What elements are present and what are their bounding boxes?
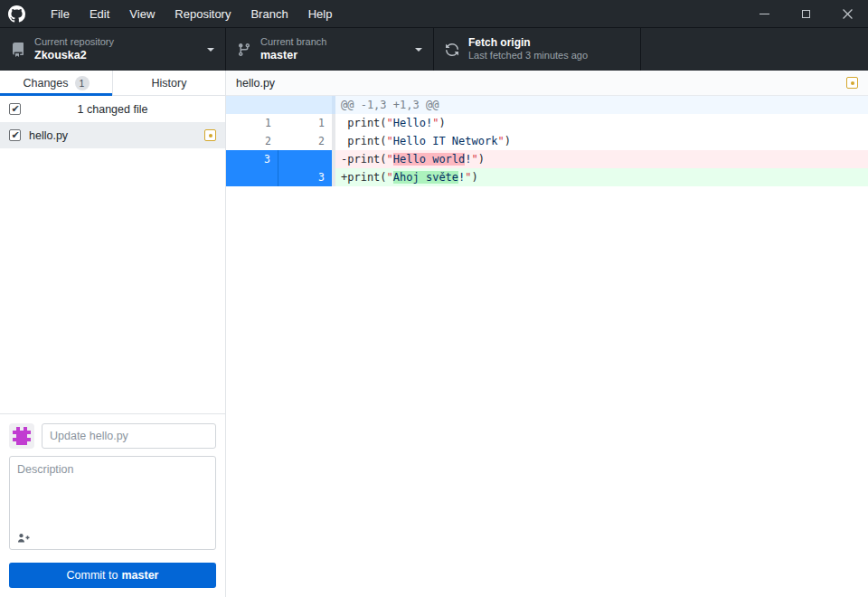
- diff-gutter-old[interactable]: [226, 96, 278, 114]
- diff-gutter-new[interactable]: [278, 150, 332, 168]
- modified-status-icon: [846, 77, 858, 89]
- fetch-origin-button[interactable]: Fetch origin Last fetched 3 minutes ago: [434, 28, 641, 71]
- menu-item-edit[interactable]: Edit: [80, 0, 119, 27]
- diff-file-name: hello.py: [236, 77, 275, 90]
- diff-lines: @@ -1,3 +1,3 @@11 print("Hello!")22 prin…: [226, 96, 868, 186]
- modified-status-icon: [204, 129, 216, 141]
- sync-icon: [445, 43, 459, 57]
- current-branch-button[interactable]: Current branch master: [226, 28, 434, 71]
- repo-label: Current repository: [34, 36, 114, 49]
- minimize-button[interactable]: [743, 0, 785, 27]
- window-controls: [743, 0, 868, 27]
- main-content: Changes 1 History 1 changed file hello.p…: [0, 71, 868, 597]
- diff-line-added: 3+print("Ahoj světe!"): [226, 168, 868, 186]
- fetch-subtitle: Last fetched 3 minutes ago: [468, 50, 588, 62]
- commit-button[interactable]: Commit to master: [9, 563, 216, 588]
- sidebar: Changes 1 History 1 changed file hello.p…: [0, 71, 226, 597]
- commit-summary-line: [9, 423, 216, 449]
- diff-code-text: +print("Ahoj světe!"): [335, 168, 868, 186]
- diff-gutter-old[interactable]: 3: [226, 150, 278, 168]
- file-name: hello.py: [29, 129, 68, 142]
- diff-line-hunk: @@ -1,3 +1,3 @@: [226, 96, 868, 114]
- commit-description-input[interactable]: [10, 457, 215, 531]
- diff-gutter-new[interactable]: 2: [278, 132, 332, 150]
- diff-code-text: print("Hello IT Network"): [335, 132, 868, 150]
- repo-name: Zkouska2: [34, 49, 114, 63]
- diff-file-header: hello.py: [226, 71, 868, 96]
- diff-gutter-old[interactable]: [226, 168, 278, 186]
- close-icon: [843, 9, 853, 19]
- menu-item-file[interactable]: File: [41, 0, 80, 27]
- commit-button-label: Commit to: [67, 569, 118, 582]
- diff-gutter-old[interactable]: 1: [226, 114, 278, 132]
- diff-gutter-new[interactable]: [278, 96, 332, 114]
- fetch-title: Fetch origin: [468, 36, 588, 50]
- menu-item-branch[interactable]: Branch: [241, 0, 297, 27]
- close-button[interactable]: [826, 0, 868, 27]
- commit-summary-input[interactable]: [42, 423, 216, 449]
- diff-code-text: print("Hello!"): [335, 114, 868, 132]
- toolbar: Current repository Zkouska2 Current bran…: [0, 27, 868, 71]
- tab-changes[interactable]: Changes 1: [0, 71, 112, 95]
- diff-code-text: @@ -1,3 +1,3 @@: [335, 96, 868, 114]
- tab-history-label: History: [152, 77, 187, 90]
- diff-line-removed: 3-print("Hello world!"): [226, 150, 868, 168]
- diff-line-context: 22 print("Hello IT Network"): [226, 132, 868, 150]
- diff-gutter-new[interactable]: 1: [278, 114, 332, 132]
- menu-item-repository[interactable]: Repository: [165, 0, 241, 27]
- maximize-icon: [802, 10, 810, 18]
- sidebar-tabs: Changes 1 History: [0, 71, 225, 96]
- diff-panel: hello.py @@ -1,3 +1,3 @@11 print("Hello!…: [226, 71, 868, 597]
- file-list-empty-area: [0, 148, 225, 413]
- current-repository-button[interactable]: Current repository Zkouska2: [0, 28, 226, 71]
- branch-label: Current branch: [260, 36, 326, 49]
- github-logo-icon: [8, 5, 26, 23]
- branch-name: master: [260, 49, 326, 63]
- changes-count-badge: 1: [75, 76, 90, 90]
- person-plus-icon: [17, 533, 30, 544]
- chevron-down-icon: [415, 48, 422, 52]
- maximize-button[interactable]: [785, 0, 826, 27]
- menu-item-help[interactable]: Help: [298, 0, 343, 27]
- diff-gutter-old[interactable]: 2: [226, 132, 278, 150]
- diff-code-text: -print("Hello world!"): [335, 150, 868, 168]
- minimize-icon: [760, 14, 769, 14]
- tab-changes-label: Changes: [23, 77, 68, 90]
- add-coauthor-button[interactable]: [17, 533, 30, 544]
- menu-bar: FileEditViewRepositoryBranchHelp: [41, 0, 342, 27]
- commit-area: Commit to master: [0, 413, 225, 597]
- commit-button-branch: master: [121, 569, 158, 582]
- file-checkbox[interactable]: [9, 129, 21, 141]
- branch-icon: [237, 43, 251, 57]
- file-list-item-hello-py[interactable]: hello.py: [0, 122, 225, 148]
- tab-history[interactable]: History: [112, 71, 225, 95]
- avatar: [9, 423, 34, 449]
- changed-files-summary-row: 1 changed file: [0, 96, 225, 122]
- repo-icon: [11, 43, 25, 57]
- diff-empty-area: [226, 186, 868, 597]
- menu-item-view[interactable]: View: [119, 0, 165, 27]
- changed-files-count: 1 changed file: [0, 103, 225, 116]
- commit-description-box: [9, 456, 216, 550]
- toolbar-spacer: [641, 28, 868, 71]
- select-all-checkbox[interactable]: [9, 103, 21, 115]
- titlebar: FileEditViewRepositoryBranchHelp: [0, 0, 868, 27]
- chevron-down-icon: [207, 48, 214, 52]
- diff-line-context: 11 print("Hello!"): [226, 114, 868, 132]
- diff-gutter-new[interactable]: 3: [278, 168, 332, 186]
